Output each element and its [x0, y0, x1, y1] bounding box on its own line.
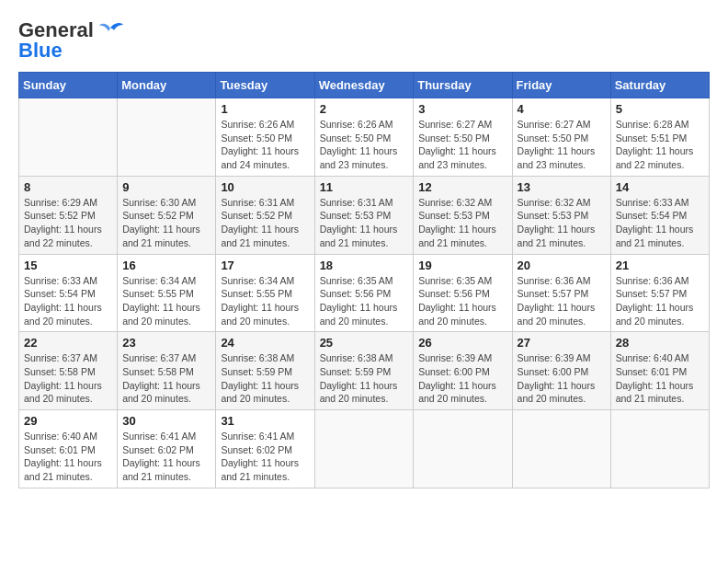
- calendar-cell: 12 Sunrise: 6:32 AM Sunset: 5:53 PM Dayl…: [414, 176, 512, 254]
- calendar-cell: 11 Sunrise: 6:31 AM Sunset: 5:53 PM Dayl…: [314, 176, 414, 254]
- calendar-cell: 9 Sunrise: 6:30 AM Sunset: 5:52 PM Dayli…: [118, 176, 216, 254]
- calendar-cell: 31 Sunrise: 6:41 AM Sunset: 6:02 PM Dayl…: [216, 410, 314, 488]
- day-number: 16: [122, 259, 210, 272]
- day-number: 3: [418, 102, 506, 116]
- day-number: 13: [518, 180, 606, 194]
- calendar-cell: 10 Sunrise: 6:31 AM Sunset: 5:52 PM Dayl…: [216, 176, 314, 254]
- calendar-week: 1 Sunrise: 6:26 AM Sunset: 5:50 PM Dayli…: [19, 98, 710, 177]
- calendar-cell: 28 Sunrise: 6:40 AM Sunset: 6:01 PM Dayl…: [610, 332, 709, 410]
- day-number: 1: [221, 102, 309, 116]
- logo-bird-icon: [97, 21, 123, 40]
- day-header-thursday: Thursday: [414, 73, 512, 98]
- day-number: 11: [320, 180, 409, 194]
- day-info: Sunrise: 6:31 AM Sunset: 5:53 PM Dayligh…: [320, 196, 409, 250]
- calendar-cell: 14 Sunrise: 6:33 AM Sunset: 5:54 PM Dayl…: [610, 176, 709, 254]
- calendar-week: 22 Sunrise: 6:37 AM Sunset: 5:58 PM Dayl…: [19, 332, 710, 410]
- calendar-cell: 2 Sunrise: 6:26 AM Sunset: 5:50 PM Dayli…: [314, 98, 414, 177]
- day-number: 8: [24, 180, 112, 194]
- day-info: Sunrise: 6:41 AM Sunset: 6:02 PM Dayligh…: [221, 430, 309, 484]
- day-info: Sunrise: 6:34 AM Sunset: 5:55 PM Dayligh…: [221, 274, 309, 328]
- day-header-saturday: Saturday: [610, 73, 709, 98]
- day-info: Sunrise: 6:40 AM Sunset: 6:01 PM Dayligh…: [24, 430, 112, 484]
- calendar-cell: 5 Sunrise: 6:28 AM Sunset: 5:51 PM Dayli…: [610, 98, 709, 177]
- day-info: Sunrise: 6:27 AM Sunset: 5:50 PM Dayligh…: [418, 118, 506, 172]
- day-number: 18: [320, 259, 409, 272]
- day-header-tuesday: Tuesday: [216, 73, 314, 98]
- calendar-cell: 26 Sunrise: 6:39 AM Sunset: 6:00 PM Dayl…: [414, 332, 512, 410]
- day-number: 27: [518, 336, 606, 350]
- day-number: 30: [122, 414, 210, 428]
- day-info: Sunrise: 6:38 AM Sunset: 5:59 PM Dayligh…: [320, 351, 409, 406]
- calendar-cell: 23 Sunrise: 6:37 AM Sunset: 5:58 PM Dayl…: [118, 332, 216, 410]
- day-number: 21: [616, 259, 704, 272]
- calendar-cell: [512, 410, 610, 488]
- day-number: 12: [418, 180, 506, 194]
- day-info: Sunrise: 6:40 AM Sunset: 6:01 PM Dayligh…: [616, 351, 704, 406]
- day-number: 4: [518, 102, 606, 116]
- day-info: Sunrise: 6:37 AM Sunset: 5:58 PM Dayligh…: [24, 351, 112, 406]
- day-number: 19: [418, 259, 506, 272]
- header: General Blue: [18, 18, 710, 63]
- day-number: 29: [24, 414, 112, 428]
- calendar-week: 29 Sunrise: 6:40 AM Sunset: 6:01 PM Dayl…: [19, 410, 710, 488]
- logo: General Blue: [18, 18, 123, 63]
- calendar-cell: 22 Sunrise: 6:37 AM Sunset: 5:58 PM Dayl…: [19, 332, 118, 410]
- day-header-wednesday: Wednesday: [314, 73, 414, 98]
- calendar-cell: [610, 410, 709, 488]
- calendar-cell: 16 Sunrise: 6:34 AM Sunset: 5:55 PM Dayl…: [118, 254, 216, 332]
- day-info: Sunrise: 6:38 AM Sunset: 5:59 PM Dayligh…: [221, 351, 309, 406]
- calendar-cell: 29 Sunrise: 6:40 AM Sunset: 6:01 PM Dayl…: [19, 410, 118, 488]
- day-info: Sunrise: 6:32 AM Sunset: 5:53 PM Dayligh…: [418, 196, 506, 250]
- day-info: Sunrise: 6:35 AM Sunset: 5:56 PM Dayligh…: [418, 274, 506, 328]
- calendar-cell: 8 Sunrise: 6:29 AM Sunset: 5:52 PM Dayli…: [19, 176, 118, 254]
- day-info: Sunrise: 6:28 AM Sunset: 5:51 PM Dayligh…: [616, 118, 704, 172]
- calendar-cell: [414, 410, 512, 488]
- calendar: SundayMondayTuesdayWednesdayThursdayFrid…: [18, 72, 710, 488]
- calendar-cell: [118, 98, 216, 177]
- day-header-sunday: Sunday: [19, 73, 118, 98]
- day-info: Sunrise: 6:32 AM Sunset: 5:53 PM Dayligh…: [518, 196, 606, 250]
- calendar-cell: 13 Sunrise: 6:32 AM Sunset: 5:53 PM Dayl…: [512, 176, 610, 254]
- calendar-cell: 24 Sunrise: 6:38 AM Sunset: 5:59 PM Dayl…: [216, 332, 314, 410]
- day-number: 15: [24, 259, 112, 272]
- day-number: 9: [122, 180, 210, 194]
- day-info: Sunrise: 6:29 AM Sunset: 5:52 PM Dayligh…: [24, 196, 112, 250]
- day-number: 14: [616, 180, 704, 194]
- day-info: Sunrise: 6:37 AM Sunset: 5:58 PM Dayligh…: [122, 351, 210, 406]
- calendar-cell: 30 Sunrise: 6:41 AM Sunset: 6:02 PM Dayl…: [118, 410, 216, 488]
- day-info: Sunrise: 6:41 AM Sunset: 6:02 PM Dayligh…: [122, 430, 210, 484]
- day-info: Sunrise: 6:36 AM Sunset: 5:57 PM Dayligh…: [518, 274, 606, 328]
- calendar-cell: 1 Sunrise: 6:26 AM Sunset: 5:50 PM Dayli…: [216, 98, 314, 177]
- day-info: Sunrise: 6:33 AM Sunset: 5:54 PM Dayligh…: [616, 196, 704, 250]
- day-number: 23: [122, 336, 210, 350]
- day-number: 20: [518, 259, 606, 272]
- day-info: Sunrise: 6:39 AM Sunset: 6:00 PM Dayligh…: [418, 351, 506, 406]
- calendar-cell: 18 Sunrise: 6:35 AM Sunset: 5:56 PM Dayl…: [314, 254, 414, 332]
- calendar-cell: 25 Sunrise: 6:38 AM Sunset: 5:59 PM Dayl…: [314, 332, 414, 410]
- day-info: Sunrise: 6:35 AM Sunset: 5:56 PM Dayligh…: [320, 274, 409, 328]
- day-number: 24: [221, 336, 309, 350]
- day-info: Sunrise: 6:34 AM Sunset: 5:55 PM Dayligh…: [122, 274, 210, 328]
- calendar-cell: 4 Sunrise: 6:27 AM Sunset: 5:50 PM Dayli…: [512, 98, 610, 177]
- day-info: Sunrise: 6:27 AM Sunset: 5:50 PM Dayligh…: [518, 118, 606, 172]
- calendar-cell: 19 Sunrise: 6:35 AM Sunset: 5:56 PM Dayl…: [414, 254, 512, 332]
- day-number: 2: [320, 102, 409, 116]
- day-number: 5: [616, 102, 704, 116]
- day-number: 10: [221, 180, 309, 194]
- calendar-cell: 27 Sunrise: 6:39 AM Sunset: 6:00 PM Dayl…: [512, 332, 610, 410]
- day-info: Sunrise: 6:36 AM Sunset: 5:57 PM Dayligh…: [616, 274, 704, 328]
- day-info: Sunrise: 6:33 AM Sunset: 5:54 PM Dayligh…: [24, 274, 112, 328]
- calendar-week: 15 Sunrise: 6:33 AM Sunset: 5:54 PM Dayl…: [19, 254, 710, 332]
- day-number: 17: [221, 259, 309, 272]
- calendar-cell: 17 Sunrise: 6:34 AM Sunset: 5:55 PM Dayl…: [216, 254, 314, 332]
- day-info: Sunrise: 6:30 AM Sunset: 5:52 PM Dayligh…: [122, 196, 210, 250]
- day-info: Sunrise: 6:26 AM Sunset: 5:50 PM Dayligh…: [320, 118, 409, 172]
- day-number: 26: [418, 336, 506, 350]
- day-number: 22: [24, 336, 112, 350]
- calendar-week: 8 Sunrise: 6:29 AM Sunset: 5:52 PM Dayli…: [19, 176, 710, 254]
- day-header-friday: Friday: [512, 73, 610, 98]
- day-number: 28: [616, 336, 704, 350]
- day-info: Sunrise: 6:31 AM Sunset: 5:52 PM Dayligh…: [221, 196, 309, 250]
- day-info: Sunrise: 6:26 AM Sunset: 5:50 PM Dayligh…: [221, 118, 309, 172]
- day-number: 31: [221, 414, 309, 428]
